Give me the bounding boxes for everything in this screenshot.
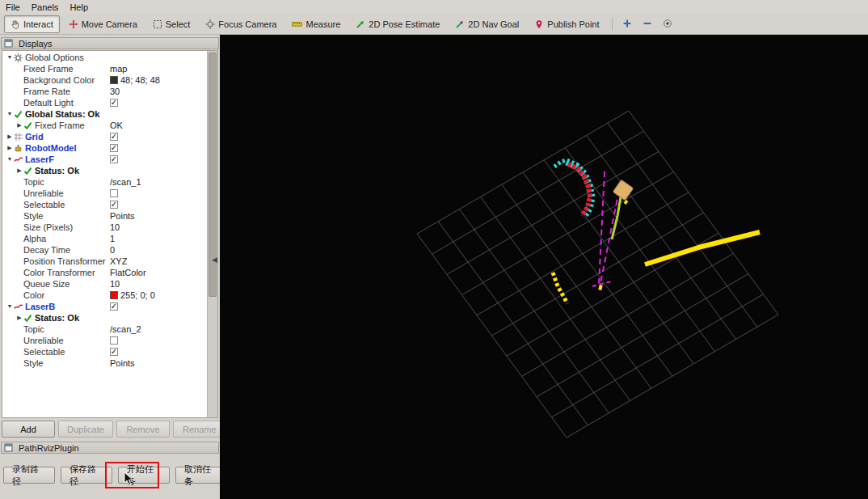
property-checkbox[interactable] <box>110 189 118 197</box>
tree-row[interactable]: Position TransformerXYZ <box>2 256 208 267</box>
property-value[interactable]: FlatColor <box>110 267 146 278</box>
tree-row[interactable]: ▶Status: Ok <box>2 165 208 176</box>
property-value[interactable]: /scan_1 <box>110 176 141 188</box>
property-checkbox[interactable]: ✓ <box>110 144 118 152</box>
expander-right-icon[interactable]: ▶ <box>6 142 14 154</box>
tool-tool-properties-button[interactable] <box>659 15 676 33</box>
tree-row[interactable]: ▶Status: Ok <box>2 312 208 324</box>
expander-right-icon[interactable]: ▶ <box>6 131 14 142</box>
tool-nav-goal[interactable]: 2D Nav Goal <box>449 15 525 33</box>
expander-down-icon[interactable]: ▼ <box>6 52 14 63</box>
property-value[interactable]: Points <box>110 210 135 222</box>
expander-right-icon[interactable]: ▶ <box>15 120 23 131</box>
duplicate-button: Duplicate <box>58 421 113 438</box>
property-checkbox[interactable]: ✓ <box>110 99 118 107</box>
tree-scrollbar[interactable] <box>207 51 217 417</box>
tree-row-label: Grid <box>25 131 44 142</box>
laser-yellow-dot-b <box>625 201 627 203</box>
color-swatch[interactable] <box>110 291 118 299</box>
add-button[interactable]: Add <box>2 421 55 438</box>
menu-help[interactable]: Help <box>64 2 94 13</box>
tree-row[interactable]: Frame Rate30 <box>2 86 208 97</box>
tree-row[interactable]: ▼LaserF✓ <box>2 154 208 165</box>
property-value[interactable]: /scan_2 <box>110 324 141 335</box>
expander-down-icon[interactable]: ▼ <box>6 108 14 120</box>
tree-row[interactable]: Color TransformerFlatColor <box>2 267 208 278</box>
expander-right-icon[interactable]: ▶ <box>15 165 23 176</box>
tool-move-camera[interactable]: Move Camera <box>62 15 144 33</box>
tree-row[interactable]: Queue Size10 <box>2 278 208 290</box>
tree-row[interactable]: ▼Global Status: Ok <box>2 108 208 120</box>
tree-row-label: Global Status: Ok <box>25 108 99 120</box>
displays-panel-header[interactable]: Displays <box>1 37 219 49</box>
tree-row[interactable]: Topic/scan_1 <box>2 176 208 188</box>
property-value[interactable]: XYZ <box>110 256 127 267</box>
tool-interact[interactable]: Interact <box>4 15 60 33</box>
tool-remove-tool-button[interactable] <box>638 15 656 33</box>
tree-row[interactable]: StylePoints <box>2 357 208 369</box>
tree-row-label: Fixed Frame <box>23 63 74 74</box>
property-checkbox[interactable]: ✓ <box>110 201 118 209</box>
tree-row[interactable]: Color255; 0; 0 <box>2 290 208 301</box>
splitter-collapse-icon[interactable]: ◀ <box>212 256 217 264</box>
property-value[interactable]: 30 <box>110 86 120 97</box>
property-value[interactable]: OK <box>110 120 123 131</box>
tree-row[interactable]: Alpha1 <box>2 233 208 244</box>
expander-down-icon[interactable]: ▼ <box>6 301 14 312</box>
tree-row[interactable]: ▶RobotModel✓ <box>2 142 208 154</box>
tree-row-label: Default Light <box>23 97 74 108</box>
tree-row[interactable]: ▼LaserB✓ <box>2 301 208 312</box>
property-value[interactable]: 10 <box>110 278 120 290</box>
color-value: 48; 48; 48 <box>120 74 160 86</box>
tool-interact-label: Interact <box>23 19 53 29</box>
tree-row[interactable]: Decay Time0 <box>2 244 208 256</box>
status-ok-icon <box>14 110 25 119</box>
tree-row[interactable]: Selectable✓ <box>2 346 208 357</box>
tool-measure[interactable]: Measure <box>285 15 347 33</box>
tool-publish-point[interactable]: Publish Point <box>528 15 605 33</box>
plugin-button-2[interactable]: 保存路径 <box>61 467 112 484</box>
property-value[interactable]: 10 <box>110 222 120 233</box>
property-value[interactable]: map <box>110 63 127 74</box>
tool-add-tool-button[interactable] <box>618 15 636 33</box>
property-checkbox[interactable]: ✓ <box>110 155 118 163</box>
tool-pose-estimate[interactable]: 2D Pose Estimate <box>349 15 446 33</box>
tree-row[interactable]: ▶Grid✓ <box>2 131 208 142</box>
color-swatch[interactable] <box>110 76 118 84</box>
tree-row[interactable]: Selectable✓ <box>2 199 208 210</box>
tree-row[interactable]: Background Color48; 48; 48 <box>2 74 208 86</box>
3d-viewport[interactable] <box>220 35 868 499</box>
property-checkbox[interactable]: ✓ <box>110 348 118 356</box>
property-checkbox[interactable] <box>110 336 118 345</box>
tool-focus-camera[interactable]: Focus Camera <box>199 15 283 33</box>
tree-row[interactable]: ▼Global Options <box>2 52 208 63</box>
tree-row[interactable]: Topic/scan_2 <box>2 324 208 335</box>
plugin-button-1[interactable]: 录制路径 <box>3 467 55 484</box>
tree-row[interactable]: StylePoints <box>2 210 208 222</box>
menu-file[interactable]: File <box>0 2 26 13</box>
plugin-button-3[interactable]: 开始任务 <box>118 467 170 484</box>
property-value[interactable]: Points <box>110 357 135 369</box>
displays-tree[interactable]: ▼Global OptionsFixed FramemapBackground … <box>2 50 218 418</box>
menu-panels[interactable]: Panels <box>26 2 65 13</box>
rename-button: Rename <box>173 421 226 438</box>
tree-row-label: Status: Ok <box>35 312 79 324</box>
tree-row[interactable]: Default Light✓ <box>2 97 208 108</box>
expander-down-icon[interactable]: ▼ <box>6 154 14 165</box>
tree-row-label: Fixed Frame <box>35 120 85 131</box>
property-value[interactable]: 0 <box>110 244 115 256</box>
tree-row[interactable]: Fixed Framemap <box>2 63 208 74</box>
laser-icon <box>14 302 25 311</box>
property-value[interactable]: 1 <box>110 233 115 244</box>
tree-row[interactable]: ▶Fixed FrameOK <box>2 120 208 131</box>
tree-row-label: Unreliable <box>23 188 64 199</box>
tree-row[interactable]: Unreliable <box>2 188 208 199</box>
tree-row-label: Topic <box>23 324 44 335</box>
expander-right-icon[interactable]: ▶ <box>15 312 23 324</box>
property-checkbox[interactable]: ✓ <box>110 302 118 311</box>
pathrviz-panel-header[interactable]: PathRvizPlugin <box>1 442 219 454</box>
tool-select[interactable]: Select <box>146 15 197 33</box>
property-checkbox[interactable]: ✓ <box>110 133 118 141</box>
tree-row[interactable]: Unreliable <box>2 335 208 346</box>
tree-row[interactable]: Size (Pixels)10 <box>2 222 208 233</box>
